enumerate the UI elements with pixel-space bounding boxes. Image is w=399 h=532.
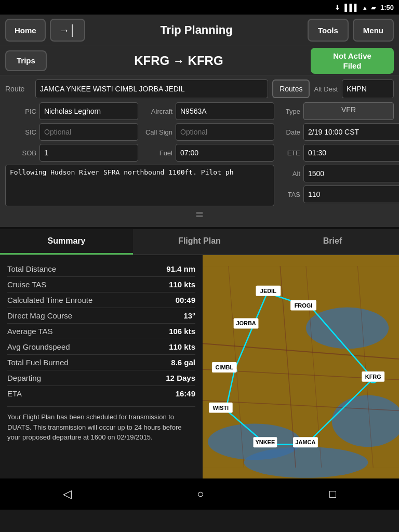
route-to: KFRG	[188, 54, 223, 68]
status-time: 1:50	[380, 4, 394, 11]
pic-label: PIC	[5, 108, 36, 115]
summary-row-value: 91.4 nm	[166, 264, 195, 273]
tab-brief[interactable]: Brief	[266, 229, 399, 255]
ete-input[interactable]	[303, 144, 399, 162]
home-button[interactable]: Home	[5, 19, 46, 42]
bottom-nav: ◁ ○ □	[0, 478, 399, 510]
back-button[interactable]: ◁	[63, 487, 72, 501]
sic-input[interactable]	[39, 123, 138, 141]
summary-row-value: 8.6 gal	[171, 358, 195, 367]
svg-text:CIMBL: CIMBL	[215, 364, 233, 370]
sob-row: SOB Fuel	[5, 144, 274, 162]
summary-row-value: 12 Days	[166, 374, 195, 382]
trips-button[interactable]: Trips	[5, 50, 47, 71]
summary-row: Average TAS106 kts	[7, 324, 195, 339]
date-input[interactable]	[303, 123, 399, 141]
aircraft-label: Aircraft	[141, 108, 172, 115]
tabs-bar: Summary Flight Plan Brief	[0, 229, 399, 255]
svg-point-4	[244, 447, 368, 478]
alt-dest-label: Alt Dest	[314, 85, 338, 93]
ete-row: ETE	[280, 144, 394, 162]
summary-row-value: 16:49	[176, 389, 195, 398]
summary-row-label: Avg Groundspeed	[7, 342, 70, 351]
summary-left: Total Distance91.4 nmCruise TAS110 ktsCa…	[0, 255, 203, 478]
route-input[interactable]	[35, 79, 268, 98]
tab-summary[interactable]: Summary	[0, 229, 133, 255]
summary-row-value: 13°	[183, 311, 195, 320]
pic-input[interactable]	[39, 102, 138, 120]
aircraft-input[interactable]	[176, 102, 274, 120]
tab-flight-plan[interactable]: Flight Plan	[133, 229, 266, 255]
summary-row-value: 110 kts	[169, 342, 195, 351]
svg-text:JAMCA: JAMCA	[296, 439, 316, 445]
alt-input[interactable]	[303, 165, 399, 182]
recent-apps-button[interactable]: □	[329, 487, 336, 501]
summary-area: Total Distance91.4 nmCruise TAS110 ktsCa…	[0, 255, 399, 478]
summary-row-label: Departing	[7, 374, 41, 382]
route-row: Route Routes Alt Dest	[5, 79, 394, 98]
svg-text:JORBA: JORBA	[236, 320, 256, 326]
summary-row-label: Total Distance	[7, 264, 56, 273]
summary-rows: Total Distance91.4 nmCruise TAS110 ktsCa…	[7, 261, 195, 401]
tas-input[interactable]	[303, 185, 399, 203]
summary-row-label: Cruise TAS	[7, 280, 46, 289]
nav-title: Trip Planning	[89, 23, 303, 37]
tas-label: TAS	[280, 191, 300, 198]
route-from: KFRG	[134, 54, 169, 68]
summary-row-label: ETA	[7, 389, 22, 398]
svg-text:FROGI: FROGI	[295, 302, 313, 309]
call-sign-input[interactable]	[176, 123, 274, 141]
type-toggle[interactable]: VFR	[303, 102, 394, 120]
summary-row: Total Distance91.4 nm	[7, 261, 195, 277]
summary-row: Departing12 Days	[7, 370, 195, 386]
summary-row: Total Fuel Burned8.6 gal	[7, 355, 195, 370]
sob-input[interactable]	[39, 144, 138, 162]
call-sign-label: Call Sign	[141, 128, 172, 136]
remarks-input[interactable]	[5, 165, 274, 206]
nav-bar: Home →│ Trip Planning Tools Menu	[0, 15, 399, 46]
map-svg: JEDIL FROGI JORBA KFRG CIMBL WISTI YNKEE…	[203, 255, 399, 478]
alt-label: Alt	[280, 170, 300, 178]
signal-icon: ▌▌▌	[344, 4, 359, 11]
fuel-label: Fuel	[141, 149, 172, 157]
back-icon-button[interactable]: →│	[50, 19, 86, 42]
summary-row-label: Total Fuel Burned	[7, 358, 69, 367]
trip-route: KFRG → KFRG	[52, 54, 305, 68]
summary-row-label: Calculated Time Enroute	[7, 296, 92, 304]
routes-button[interactable]: Routes	[272, 79, 310, 98]
filed-label: Filed	[343, 61, 361, 70]
form-left: PIC Aircraft SIC Call Sign SOB Fuel	[5, 102, 274, 206]
date-row: Date	[280, 123, 394, 141]
summary-row-value: 00:49	[176, 296, 195, 304]
tools-button[interactable]: Tools	[308, 19, 349, 42]
trip-bar: Trips KFRG → KFRG Not Active Filed	[0, 46, 399, 75]
alt-dest-input[interactable]	[342, 79, 394, 98]
summary-row-label: Direct Mag Course	[7, 311, 72, 320]
sic-label: SIC	[5, 128, 36, 136]
battery-icon: ▰	[371, 4, 376, 11]
map-area: JEDIL FROGI JORBA KFRG CIMBL WISTI YNKEE…	[203, 255, 399, 478]
pic-row: PIC Aircraft	[5, 102, 274, 120]
type-label: Type	[280, 108, 300, 115]
sob-label: SOB	[5, 149, 36, 157]
svg-point-1	[306, 308, 389, 349]
route-label: Route	[5, 85, 31, 93]
summary-row-value: 110 kts	[169, 280, 195, 289]
not-active-label: Not Active	[333, 51, 371, 60]
date-label: Date	[280, 128, 300, 136]
status-bar: ⬇ ▌▌▌ ▴ ▰ 1:50	[0, 0, 399, 15]
summary-row: ETA16:49	[7, 386, 195, 401]
scroll-indicator: 〓	[5, 208, 394, 221]
bluetooth-icon: ⬇	[335, 4, 340, 11]
fuel-input[interactable]	[176, 144, 274, 162]
form-section: Route Routes Alt Dest PIC Aircraft SIC C…	[0, 75, 399, 227]
summary-row: Direct Mag Course13°	[7, 308, 195, 324]
form-body: PIC Aircraft SIC Call Sign SOB Fuel	[5, 102, 394, 206]
menu-button[interactable]: Menu	[353, 19, 394, 42]
svg-text:YNKEE: YNKEE	[256, 439, 275, 445]
svg-text:JEDIL: JEDIL	[260, 288, 276, 294]
home-nav-button[interactable]: ○	[197, 487, 204, 501]
not-active-filed-button[interactable]: Not Active Filed	[311, 48, 394, 74]
tas-row: TAS	[280, 185, 394, 203]
ete-label: ETE	[280, 149, 300, 157]
